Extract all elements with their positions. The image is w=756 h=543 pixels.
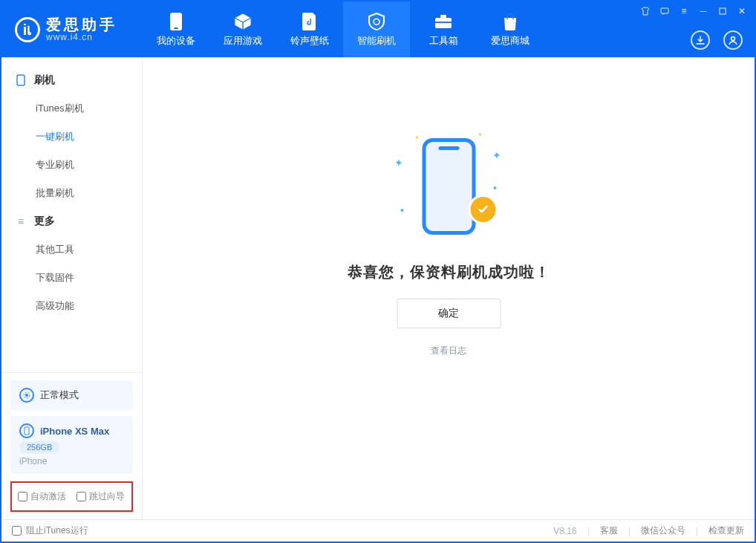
sidebar-group-more: ≡ 更多 — [1, 207, 142, 235]
flash-options-highlight: 自动激活 跳过向导 — [10, 481, 133, 512]
auto-activate-input[interactable] — [18, 492, 27, 501]
sidebar-item-other-tools[interactable]: 其他工具 — [1, 235, 142, 264]
mode-icon — [19, 388, 34, 403]
maximize-icon[interactable] — [717, 6, 728, 16]
top-nav: 我的设备 应用游戏 铃声壁纸 智能刷机 工具箱 — [143, 1, 544, 57]
svg-point-7 — [731, 37, 735, 41]
tab-label: 应用游戏 — [224, 34, 262, 48]
sparkle-icon: • — [493, 182, 497, 194]
refresh-shield-icon — [367, 12, 386, 31]
success-message: 恭喜您，保资料刷机成功啦！ — [348, 262, 550, 282]
cube-icon — [233, 12, 252, 31]
window-controls: ≡ ─ ✕ — [640, 6, 747, 16]
tab-label: 智能刷机 — [357, 34, 396, 48]
download-button[interactable] — [691, 30, 710, 50]
brand-name-cn: 爱思助手 — [46, 17, 117, 32]
sparkle-icon: ✦ — [492, 149, 501, 161]
skip-guide-input[interactable] — [76, 492, 86, 501]
tab-store[interactable]: 爱思商城 — [477, 1, 544, 57]
tab-label: 爱思商城 — [491, 34, 529, 48]
sidebar-item-oneclick-flash[interactable]: 一键刷机 — [1, 123, 142, 151]
sidebar-item-itunes-flash[interactable]: iTunes刷机 — [1, 94, 142, 123]
sidebar-item-advanced[interactable]: 高级功能 — [1, 292, 142, 320]
music-file-icon — [300, 12, 319, 31]
block-itunes-label: 阻止iTunes运行 — [26, 524, 88, 537]
close-icon[interactable]: ✕ — [737, 6, 747, 16]
svg-rect-1 — [174, 27, 178, 29]
device-storage-badge: 256GB — [19, 441, 59, 453]
app-header: iเ 爱思助手 www.i4.cn 我的设备 应用游戏 铃声壁纸 — [1, 1, 755, 57]
auto-activate-checkbox[interactable]: 自动激活 — [18, 490, 66, 503]
mode-label: 正常模式 — [40, 388, 79, 402]
account-button[interactable] — [723, 30, 743, 50]
sidebar: 刷机 iTunes刷机 一键刷机 专业刷机 批量刷机 ≡ 更多 其他工具 下载固… — [1, 57, 143, 519]
sidebar-group-flash: 刷机 — [1, 66, 142, 94]
tab-label: 铃声壁纸 — [290, 34, 329, 48]
tab-my-device[interactable]: 我的设备 — [143, 1, 209, 57]
tab-smart-flash[interactable]: 智能刷机 — [343, 1, 410, 57]
tab-label: 工具箱 — [429, 34, 458, 48]
main-panel: ✦ • ✦ • • • 恭喜您，保资料刷机成功啦！ 确定 查看日志 — [143, 57, 755, 519]
group-title-label: 更多 — [34, 215, 55, 228]
svg-rect-5 — [661, 8, 668, 13]
tab-ringtone-wallpaper[interactable]: 铃声壁纸 — [276, 1, 343, 57]
sparkle-icon: • — [478, 129, 482, 140]
device-card[interactable]: iPhone XS Max 256GB iPhone — [10, 416, 133, 474]
version-label: V8.16 — [553, 526, 576, 536]
auto-activate-label: 自动激活 — [30, 490, 66, 503]
svg-rect-3 — [440, 15, 446, 18]
tab-toolbox[interactable]: 工具箱 — [410, 1, 477, 57]
support-link[interactable]: 客服 — [600, 524, 618, 537]
minimize-icon[interactable]: ─ — [698, 6, 708, 16]
phone-graphic — [422, 138, 475, 235]
group-title-label: 刷机 — [34, 74, 55, 87]
feedback-icon[interactable] — [659, 6, 670, 16]
ok-button[interactable]: 确定 — [397, 299, 501, 328]
svg-point-9 — [25, 394, 28, 397]
svg-rect-11 — [25, 427, 29, 435]
sidebar-item-download-firmware[interactable]: 下载固件 — [1, 264, 142, 292]
skip-guide-checkbox[interactable]: 跳过向导 — [76, 490, 125, 503]
success-illustration: ✦ • ✦ • • • — [393, 127, 504, 246]
brand-name-en: www.i4.cn — [46, 32, 117, 42]
status-bar: 阻止iTunes运行 V8.16 | 客服 | 微信公众号 | 检查更新 — [1, 519, 755, 542]
device-phone-icon — [19, 423, 34, 438]
tab-label: 我的设备 — [157, 34, 195, 48]
check-badge-icon — [470, 197, 495, 222]
block-itunes-input[interactable] — [12, 526, 22, 536]
svg-rect-4 — [435, 22, 452, 23]
logo-icon: iเ — [15, 17, 40, 42]
device-icon — [166, 12, 186, 31]
view-log-link[interactable]: 查看日志 — [431, 345, 466, 357]
sparkle-icon: • — [415, 131, 419, 143]
block-itunes-checkbox[interactable]: 阻止iTunes运行 — [12, 524, 88, 537]
menu-icon[interactable]: ≡ — [679, 6, 689, 16]
device-type-label: iPhone — [19, 456, 47, 466]
briefcase-icon — [434, 12, 453, 31]
sidebar-item-batch-flash[interactable]: 批量刷机 — [1, 179, 142, 207]
skin-icon[interactable] — [640, 6, 651, 16]
list-icon: ≡ — [15, 215, 27, 227]
sparkle-icon: ✦ — [394, 157, 403, 169]
skip-guide-label: 跳过向导 — [89, 490, 125, 503]
sidebar-item-pro-flash[interactable]: 专业刷机 — [1, 151, 142, 179]
bag-icon — [501, 12, 520, 31]
svg-rect-6 — [720, 8, 726, 14]
device-name: iPhone XS Max — [40, 426, 109, 437]
header-actions — [691, 30, 743, 50]
brand-logo: iเ 爱思助手 www.i4.cn — [1, 17, 143, 42]
svg-rect-8 — [17, 75, 25, 85]
sparkle-icon: • — [400, 204, 404, 216]
phone-icon — [15, 74, 27, 86]
tab-apps-games[interactable]: 应用游戏 — [209, 1, 276, 57]
wechat-link[interactable]: 微信公众号 — [641, 524, 685, 537]
check-update-link[interactable]: 检查更新 — [708, 524, 744, 537]
mode-card[interactable]: 正常模式 — [10, 380, 133, 410]
